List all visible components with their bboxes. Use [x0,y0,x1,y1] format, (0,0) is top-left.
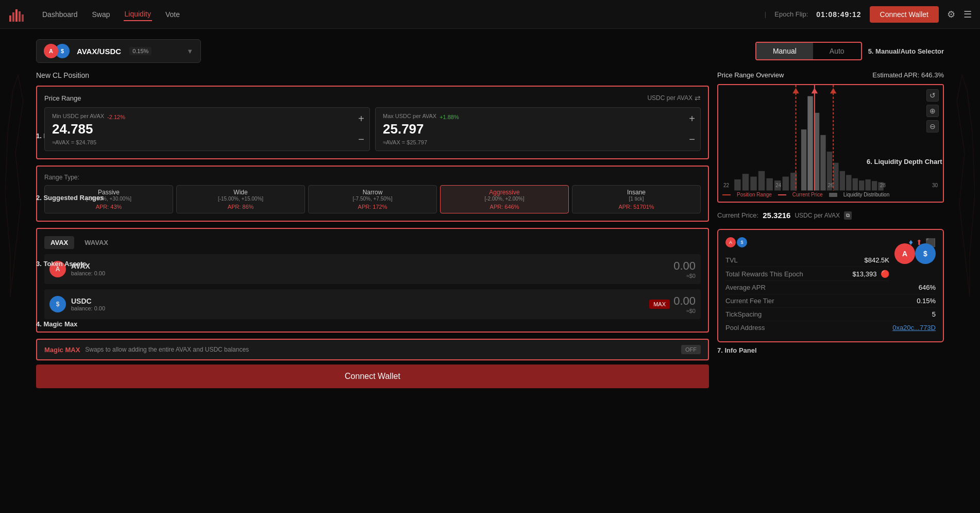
annotation-7: 7. Info Panel [717,346,944,354]
pool-selector[interactable]: A $ AVAX/USDC 0.15% ▼ [36,39,201,63]
price-range-header: Price Range USDC per AVAX ⇄ [44,94,701,102]
usdc-token-name: USDC [71,297,105,305]
magic-max-section: Magic MAX Swaps to allow adding the enti… [36,339,709,360]
min-price-increase-button[interactable]: + [358,113,364,125]
xaxis-28: 28 [880,183,886,188]
avax-input-usd: ≈$0 [673,273,696,279]
price-range-overview-title: Price Range Overview [717,71,784,79]
connect-wallet-button[interactable]: Connect Wallet [870,6,939,23]
max-price-box: Max USDC per AVAX +1.88% 25.797 ≈AVAX = … [375,107,701,151]
legend-current-price-line [778,194,786,195]
usdc-input-usd: ≈$0 [673,308,696,314]
legend-liquidity-label: Liquidity Distribution [843,192,890,197]
epoch-timer: 01:08:49:12 [816,10,861,19]
tvl-row: TVL $842.5K [725,254,889,267]
new-cl-position-title: New CL Position [36,71,709,79]
left-col: New CL Position Price Range USDC per AVA… [36,71,709,388]
rewards-fire-icon: 🔴 [881,270,889,278]
svg-rect-2 [15,9,18,22]
menu-icon[interactable]: ☰ [964,9,972,20]
max-price-increase-button[interactable]: + [689,113,695,125]
xaxis-30: 30 [932,183,938,188]
avax-icon: A [44,44,58,58]
manual-auto-selector: Manual Auto [755,42,862,60]
xaxis-26: 26 [827,183,833,188]
magic-max-desc: Swaps to allow adding the entire AVAX an… [85,346,676,353]
logo [8,6,25,23]
avax-input-area: 0.00 ≈$0 [673,259,696,279]
chart-zoom-in-button[interactable]: ⊕ [926,105,939,117]
tab-avax[interactable]: AVAX [44,236,74,249]
token-assets-section: AVAX WAVAX A AVAX balance: 0.00 0.00 ≈$0 [36,228,709,333]
nav-dashboard[interactable]: Dashboard [41,8,79,21]
right-col: Price Range Overview Estimated APR: 646.… [717,71,944,388]
avax-balance: balance: 0.00 [71,270,105,276]
range-narrow[interactable]: Narrow [-7.50%, +7.50%] APR: 172% [308,185,437,213]
topnav: Dashboard Swap Liquidity Vote | Epoch Fl… [0,0,980,29]
pool-selector-row: A $ AVAX/USDC 0.15% ▼ Manual Auto 5. Man… [31,39,949,63]
min-price-value: 24.785 [52,121,362,137]
nav-swap[interactable]: Swap [91,8,111,21]
tab-wavax[interactable]: WAVAX [78,236,114,249]
epoch-label: Epoch Flip: [774,10,808,18]
current-price-label: Current Price: [717,211,758,219]
magic-max-label: Magic MAX [44,346,80,354]
range-wide[interactable]: Wide [-15.00%, +15.00%] APR: 86% [176,185,305,213]
annotation-5: 5. Manual/Auto Selector [868,47,944,55]
pool-logo-in-panel: A $ [894,238,936,279]
svg-rect-4 [22,14,24,22]
nav-liquidity[interactable]: Liquidity [124,8,152,21]
token-tab-row: AVAX WAVAX [44,236,701,249]
max-price-decrease-button[interactable]: − [689,134,695,145]
tick-spacing-label: TickSpacing [725,310,762,318]
min-price-decrease-button[interactable]: − [358,134,364,145]
current-price-value: 25.3216 [763,211,790,220]
suggested-ranges-section: Range Type: Passive [-30.00%, +30.00%] A… [36,166,709,222]
max-price-equiv: ≈AVAX = $25.797 [383,139,693,145]
svg-rect-3 [19,11,21,22]
nav-vote[interactable]: Vote [164,8,181,21]
annotation-6: 6. Liquidity Depth Chart [867,158,942,166]
price-range-overview-header: Price Range Overview Estimated APR: 646.… [717,71,944,79]
two-col-layout: New CL Position Price Range USDC per AVA… [31,71,949,388]
legend-current-price-label: Current Price [792,192,823,197]
rewards-label: Total Rewards This Epoch [725,270,803,278]
range-insane[interactable]: Insane [1 tick] APR: 51701% [572,185,701,213]
main-container: 1. Price Ranges 2. Suggested Ranges 3. T… [0,29,980,513]
legend-position-range-line [722,194,731,195]
tvl-label: TVL [725,256,738,264]
usdc-token-icon: $ [49,296,66,312]
pool-address-value[interactable]: 0xa20c...773D [892,324,936,332]
min-price-change: -2.12% [107,114,125,120]
usdc-input-value: 0.00 [673,294,696,308]
nav-right: | Epoch Flip: 01:08:49:12 Connect Wallet… [765,6,972,23]
manual-mode-button[interactable]: Manual [756,43,813,59]
apr-row: Average APR 646% [725,281,936,294]
max-button[interactable]: MAX [649,300,670,309]
range-type-row: Passive [-30.00%, +30.00%] APR: 43% Wide… [44,185,701,213]
range-passive[interactable]: Passive [-30.00%, +30.00%] APR: 43% [44,185,173,213]
max-price-change: +1.88% [440,114,459,120]
min-price-box: Min USDC per AVAX -2.12% 24.785 ≈AVAX = … [44,107,370,151]
pool-dropdown-icon[interactable]: ▼ [187,47,193,55]
magic-max-toggle[interactable]: OFF [681,345,701,354]
rewards-row: Total Rewards This Epoch $13,393 🔴 [725,267,889,281]
tick-spacing-row: TickSpacing 5 [725,308,936,321]
info-panel: A $ ♦ ⬆ ⬛ A $ [717,229,944,342]
fee-tier-row: Current Fee Tier 0.15% [725,294,936,308]
price-boxes: Min USDC per AVAX -2.12% 24.785 ≈AVAX = … [44,107,701,151]
auto-mode-button[interactable]: Auto [813,43,861,59]
copy-price-icon[interactable]: ⧉ [844,211,852,220]
swap-direction-icon[interactable]: ⇄ [695,94,701,102]
gear-icon[interactable]: ⚙ [947,9,955,20]
connect-wallet-large-button[interactable]: Connect Wallet [36,365,709,388]
max-price-value: 25.797 [383,121,693,137]
svg-rect-0 [9,15,11,22]
fee-tier-value: 0.15% [917,297,936,305]
chart-zoom-out-button[interactable]: ⊖ [926,120,939,133]
apr-value: 646% [919,284,936,291]
chart-refresh-button[interactable]: ↺ [926,89,939,102]
range-aggressive[interactable]: Aggressive [-2.00%, +2.00%] APR: 646% [440,185,569,213]
info-usdc-icon: $ [737,237,747,247]
xaxis-22: 22 [723,183,729,188]
